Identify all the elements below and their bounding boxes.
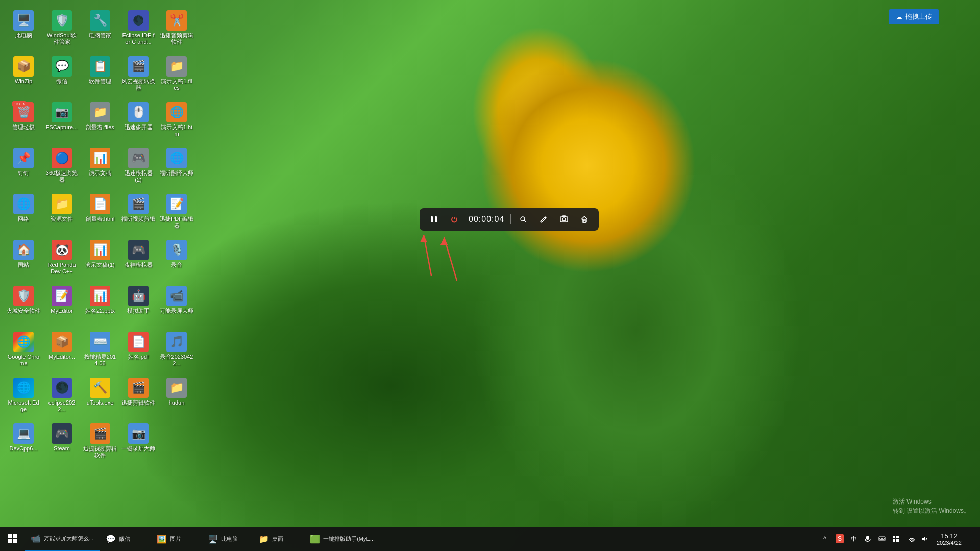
tray-keyboard[interactable] xyxy=(876,535,888,542)
icon-yeshen[interactable]: 🎮 夜神模拟器 xyxy=(120,237,157,283)
tray-expand[interactable]: ^ xyxy=(821,527,828,551)
icon-img-xunjie2: 🎬 xyxy=(128,378,149,398)
icon-img-yanshi1files: 📁 xyxy=(166,56,187,77)
tray-ime-red[interactable]: S xyxy=(834,534,846,543)
icon-xunjie3[interactable]: 🎬 迅捷视频剪辑软件 xyxy=(82,421,118,467)
icon-yaokong[interactable]: 🎮 迅速模拟器(2) xyxy=(120,145,157,191)
icon-xingmingpdf[interactable]: 📄 姓名.pdf xyxy=(120,329,157,375)
tray-mic[interactable] xyxy=(862,535,873,542)
taskbar-item-wannen[interactable]: 📹 万能录屏大师怎么... xyxy=(24,527,100,551)
upload-button[interactable]: ☁ 拖拽上传 xyxy=(889,9,939,24)
taskbar-item-desktop[interactable]: 📁 桌面 xyxy=(253,527,304,551)
icon-yijian[interactable]: 📷 一键录屏大师 xyxy=(120,421,157,467)
icon-yanshi1htm[interactable]: 🌐 演示文稿1.htm xyxy=(158,99,195,145)
icon-eclipse2[interactable]: 🌑 eclipse2022... xyxy=(43,375,80,421)
upload-icon: ☁ xyxy=(896,13,902,21)
icon-devpp[interactable]: 💻 DevCpp6... xyxy=(5,421,42,467)
icon-edge[interactable]: 🌐 Microsoft Edge xyxy=(5,375,42,421)
icon-myeditor2[interactable]: 📦 MyEditor... xyxy=(43,329,80,375)
icon-hudun[interactable]: 📁 hudun xyxy=(158,375,195,421)
icon-eclipse[interactable]: 🌑 Eclipse IDE for C and... xyxy=(120,8,157,54)
icon-img-fanyi: 🌐 xyxy=(166,148,187,168)
icon-fscapture[interactable]: 📷 FSCapture... xyxy=(43,99,80,145)
icon-luyin2[interactable]: 🎵 录音20230422... xyxy=(158,329,195,375)
icon-yanshiwen2[interactable]: 📊 演示文稿(1) xyxy=(82,237,118,283)
icon-yanshi1files[interactable]: 📁 演示文稿1.files xyxy=(158,54,195,99)
icon-steam[interactable]: 🎮 Steam xyxy=(43,421,80,467)
icon-utools[interactable]: 🔨 uTools.exe xyxy=(82,375,118,421)
icon-img-google: 🌐 xyxy=(13,332,34,352)
activate-watermark: 激活 Windows 转到 设置以激活 Windows。 xyxy=(893,497,970,515)
watermark-line1: 激活 Windows xyxy=(893,497,970,506)
icon-wangluo[interactable]: 🌐 网络 xyxy=(5,191,42,237)
taskbar-item-wechat[interactable]: 💬 微信 xyxy=(100,527,151,551)
tray-ime-zhong[interactable]: 中 xyxy=(849,535,859,543)
pause-button[interactable] xyxy=(426,211,442,228)
icon-laji[interactable]: 🗑️ 13.8B 管理垃圾 xyxy=(5,99,42,145)
icon-redpanda[interactable]: 🐼 Red Panda Dev C++ xyxy=(43,237,80,283)
icon-poulianghtml[interactable]: 📄 剖量着.html xyxy=(82,191,118,237)
icon-img-utools: 🔨 xyxy=(90,378,110,398)
icon-yunduo[interactable]: 🖱️ 迅速多开器 xyxy=(120,99,157,145)
annotation-arrows xyxy=(416,224,518,286)
taskbar-item-computer[interactable]: 🖥️ 此电脑 xyxy=(202,527,253,551)
icon-xunjian[interactable]: ✂️ 迅捷音频剪辑软件 xyxy=(158,8,195,54)
icon-wangneng[interactable]: 📹 万能录屏大师 xyxy=(158,283,195,329)
svg-rect-16 xyxy=(8,539,12,543)
search-button[interactable] xyxy=(515,211,531,228)
icon-fuxin[interactable]: 🎬 福昕视频剪辑 xyxy=(120,191,157,237)
taskbar-item-photo[interactable]: 🖼️ 图片 xyxy=(151,527,202,551)
icon-anjian[interactable]: ⌨️ 按键精灵2014.06 xyxy=(82,329,118,375)
icon-xunjiepdf[interactable]: 📝 迅捷PDF编辑器 xyxy=(158,191,195,237)
icon-ziyuan[interactable]: 📁 资源文件 xyxy=(43,191,80,237)
icon-360[interactable]: 🔵 360极速浏览器 xyxy=(43,145,80,191)
tray-show-desktop[interactable] xyxy=(968,527,976,551)
icon-dingding[interactable]: 📌 钉钉 xyxy=(5,145,42,191)
icon-huocheng[interactable]: 🛡️ 火城安全软件 xyxy=(5,283,42,329)
tray-icons-area: S 中 xyxy=(830,534,904,543)
tray-network[interactable] xyxy=(906,527,917,551)
tray-grid[interactable] xyxy=(891,536,901,542)
taskbar-item-yijian[interactable]: 🟩 一键排版助手(MyE... xyxy=(304,527,381,551)
icon-myeditor[interactable]: 📝 MyEditor xyxy=(43,283,80,329)
icon-img-eclipse2: 🌑 xyxy=(52,378,72,398)
icon-moni[interactable]: 🤖 模拟助手 xyxy=(120,283,157,329)
icon-xingming[interactable]: 📊 姓名22.pptx xyxy=(82,283,118,329)
upload-label: 拖拽上传 xyxy=(905,12,932,21)
svg-line-4 xyxy=(545,217,546,218)
icon-xunjie2[interactable]: 🎬 迅捷剪辑软件 xyxy=(120,375,157,421)
icon-img-xunjiepdf: 📝 xyxy=(166,194,187,214)
icon-img-myeditor2: 📦 xyxy=(52,332,72,352)
icon-img-laji: 🗑️ 13.8B xyxy=(13,102,34,122)
tray-clock[interactable]: 15:12 2023/4/22 xyxy=(933,532,966,546)
svg-rect-26 xyxy=(896,536,899,538)
start-button[interactable] xyxy=(0,527,24,551)
icon-yanshiwen[interactable]: 📊 演示文稿 xyxy=(82,145,118,191)
icon-img-eclipse: 🌑 xyxy=(128,10,149,31)
icon-luyin[interactable]: 🎙️ 录音 xyxy=(158,237,195,283)
icon-guochan[interactable]: 🏠 国站 xyxy=(5,237,42,283)
icon-winzip[interactable]: 📦 WinZip xyxy=(5,54,42,99)
home-button[interactable] xyxy=(576,211,593,228)
icon-img-cidiannao: 🖥️ xyxy=(13,10,34,31)
icon-diannaoguanjia[interactable]: 🔧 电脑管家 xyxy=(82,8,118,54)
icon-google[interactable]: 🌐 Google Chrome xyxy=(5,329,42,375)
tray-volume[interactable] xyxy=(919,527,930,551)
svg-rect-7 xyxy=(562,216,566,217)
svg-marker-30 xyxy=(922,536,925,541)
icon-wechat[interactable]: 💬 微信 xyxy=(43,54,80,99)
desktop-icons-grid: 🖥️ 此电脑 🛡️ WindSoul软件管家 🔧 电脑管家 🌑 Eclipse … xyxy=(3,5,199,469)
icon-cidiannao[interactable]: 🖥️ 此电脑 xyxy=(5,8,42,54)
icon-pouliang[interactable]: 📁 剖量着.files xyxy=(82,99,118,145)
svg-rect-28 xyxy=(896,539,899,542)
icon-fengyu[interactable]: 🎬 风云视频转换器 xyxy=(120,54,157,99)
edit-button[interactable] xyxy=(535,211,552,228)
icon-ruanjian[interactable]: 📋 软件管理 xyxy=(82,54,118,99)
screenshot-button[interactable] xyxy=(556,211,572,228)
icon-img-luyin2: 🎵 xyxy=(166,332,187,352)
icon-windsoul[interactable]: 🛡️ WindSoul软件管家 xyxy=(43,8,80,54)
taskbar-icon-wechat: 💬 xyxy=(106,534,116,544)
taskbar-icon-desktop: 📁 xyxy=(259,534,269,544)
power-button[interactable] xyxy=(446,211,462,228)
icon-fanyi[interactable]: 🌐 福昕翻译大师 xyxy=(158,145,195,191)
